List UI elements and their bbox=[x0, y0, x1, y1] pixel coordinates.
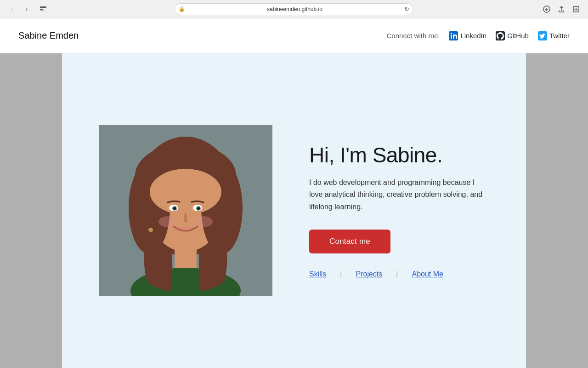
hero-nav: Skills | Projects | About Me bbox=[309, 270, 489, 278]
site-wrapper: Hi, I'm Sabine. I do web development and… bbox=[0, 53, 588, 368]
svg-rect-6 bbox=[451, 34, 452, 39]
site-title: Sabine Emden bbox=[18, 30, 79, 41]
reload-button[interactable]: ↻ bbox=[404, 6, 409, 12]
nav-buttons: ‹ › bbox=[6, 3, 33, 16]
tab-view-button[interactable] bbox=[37, 3, 50, 16]
new-tab-button[interactable] bbox=[570, 3, 582, 16]
contact-button[interactable]: Contact me bbox=[309, 230, 390, 253]
linkedin-link[interactable]: LinkedIn bbox=[449, 31, 486, 40]
svg-point-16 bbox=[150, 169, 221, 215]
forward-button[interactable]: › bbox=[20, 3, 33, 16]
browser-chrome: ‹ › 🔒 sabineemden.github.io ↻ bbox=[0, 0, 588, 18]
github-icon bbox=[496, 31, 505, 40]
site-main: Hi, I'm Sabine. I do web development and… bbox=[62, 53, 526, 368]
svg-point-21 bbox=[173, 207, 176, 210]
hero-image-container bbox=[99, 125, 272, 296]
svg-point-22 bbox=[197, 207, 200, 210]
header-right: Connect with me: LinkedIn GitHub bbox=[387, 31, 570, 40]
twitter-link[interactable]: Twitter bbox=[538, 31, 570, 40]
back-button[interactable]: ‹ bbox=[6, 3, 18, 16]
svg-rect-0 bbox=[40, 6, 46, 8]
svg-rect-2 bbox=[40, 11, 45, 11]
linkedin-label: LinkedIn bbox=[460, 32, 486, 40]
hero-section: Hi, I'm Sabine. I do web development and… bbox=[99, 125, 489, 296]
hero-heading: Hi, I'm Sabine. bbox=[309, 143, 489, 167]
site-header: Sabine Emden Connect with me: LinkedIn bbox=[0, 18, 588, 53]
address-bar-container: 🔒 sabineemden.github.io ↻ bbox=[175, 3, 413, 15]
share-button[interactable] bbox=[555, 3, 568, 16]
hero-content: Hi, I'm Sabine. I do web development and… bbox=[309, 143, 489, 278]
svg-point-24 bbox=[194, 216, 213, 227]
hero-description: I do web development and programming bec… bbox=[309, 177, 489, 213]
linkedin-icon bbox=[449, 31, 458, 40]
svg-point-23 bbox=[158, 216, 177, 227]
connect-label: Connect with me: bbox=[387, 32, 440, 40]
github-link[interactable]: GitHub bbox=[496, 31, 529, 40]
svg-point-7 bbox=[451, 33, 452, 34]
about-me-link[interactable]: About Me bbox=[412, 270, 443, 278]
download-button[interactable] bbox=[540, 3, 553, 16]
nav-separator-2: | bbox=[396, 270, 398, 278]
twitter-icon bbox=[538, 31, 547, 40]
skills-link[interactable]: Skills bbox=[309, 270, 326, 278]
projects-link[interactable]: Projects bbox=[356, 270, 383, 278]
url-text: sabineemden.github.io bbox=[187, 6, 402, 12]
lock-icon: 🔒 bbox=[179, 6, 185, 12]
browser-actions bbox=[540, 3, 582, 16]
address-bar[interactable]: 🔒 sabineemden.github.io ↻ bbox=[175, 3, 413, 15]
profile-photo bbox=[99, 125, 272, 296]
nav-separator-1: | bbox=[340, 270, 342, 278]
github-label: GitHub bbox=[507, 32, 529, 40]
svg-rect-1 bbox=[40, 9, 43, 10]
twitter-label: Twitter bbox=[549, 32, 570, 40]
